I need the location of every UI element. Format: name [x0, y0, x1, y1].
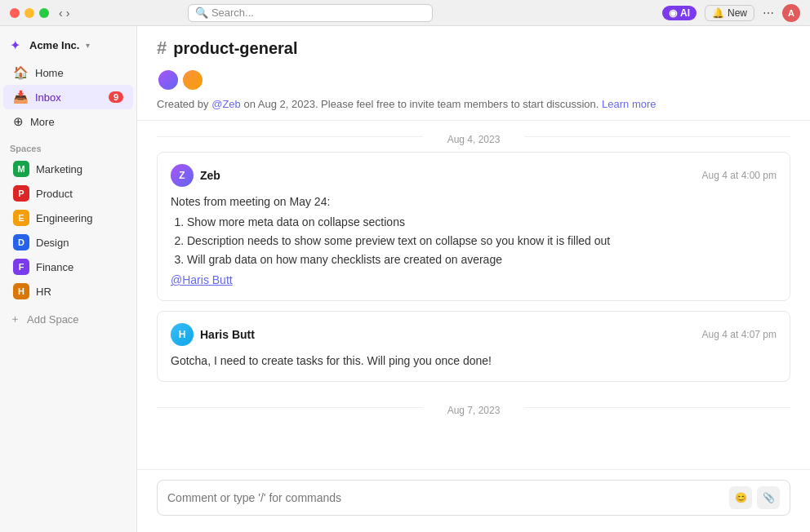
new-button-label: New — [728, 7, 747, 19]
add-space-button[interactable]: ＋ Add Space — [0, 307, 136, 331]
sidebar-item-more[interactable]: ⊕ More — [3, 109, 133, 134]
hr-dot: H — [13, 283, 29, 299]
plus-icon: ＋ — [10, 312, 20, 326]
home-icon: 🏠 — [13, 65, 29, 80]
channel-title: # product-general — [157, 38, 790, 59]
sidebar-item-home[interactable]: 🏠 Home — [3, 60, 133, 85]
member-avatar-1 — [157, 69, 180, 91]
message-time-2: Aug 4 at 4:07 pm — [702, 329, 777, 340]
product-label: Product — [36, 188, 73, 200]
more-label: More — [30, 116, 55, 128]
titlebar-right: ◉ AI 🔔 New ⋯ A — [662, 4, 800, 22]
list-item-1: Show more meta data on collapse sections — [187, 214, 777, 231]
close-button[interactable] — [10, 8, 20, 18]
date-separator-1: Aug 4, 2023 — [157, 121, 790, 152]
traffic-lights — [10, 8, 49, 18]
forward-button[interactable]: › — [66, 7, 70, 20]
search-icon: 🔍 — [195, 7, 208, 19]
sidebar-item-hr[interactable]: H HR — [3, 279, 133, 304]
message-header-2: H Haris Butt Aug 4 at 4:07 pm — [171, 323, 777, 346]
sidebar-item-inbox[interactable]: 📥 Inbox 9 — [3, 85, 133, 109]
message-time-1: Aug 4 at 4:00 pm — [702, 170, 777, 181]
titlebar: ‹ › 🔍 Search... ◉ AI 🔔 New ⋯ A — [0, 0, 810, 26]
home-label: Home — [35, 67, 64, 79]
workspace-header[interactable]: ✦ Acme Inc. ▾ — [0, 33, 136, 60]
mention-link[interactable]: @Haris Butt — [171, 273, 233, 286]
message-author-1: Z Zeb — [171, 164, 220, 187]
channel-header: # product-general — [137, 26, 810, 91]
ai-badge[interactable]: ◉ AI — [662, 6, 697, 20]
workspace-name: Acme Inc. — [29, 39, 79, 51]
desc-prefix: Created by — [157, 98, 211, 110]
message-intro: Notes from meeting on May 24: — [171, 193, 777, 211]
sidebar-item-product[interactable]: P Product — [3, 181, 133, 206]
inbox-badge: 9 — [109, 91, 123, 103]
member-avatar-2 — [181, 69, 204, 91]
hr-label: HR — [36, 286, 51, 298]
ai-icon: ◉ — [669, 7, 677, 19]
nav-arrows: ‹ › — [59, 7, 69, 20]
learn-more-link[interactable]: Learn more — [602, 98, 656, 110]
sidebar-item-finance[interactable]: F Finance — [3, 255, 133, 279]
desc-mention[interactable]: @Zeb — [211, 98, 241, 110]
user-avatar[interactable]: A — [782, 4, 800, 22]
emoji-button[interactable]: 😊 — [729, 486, 752, 509]
main-content: # product-general Created by @Zeb on Aug… — [137, 26, 810, 532]
sidebar-item-engineering[interactable]: E Engineering — [3, 206, 133, 230]
search-placeholder: Search... — [211, 7, 254, 19]
sidebar-item-marketing[interactable]: M Marketing — [3, 157, 133, 181]
desc-suffix: on Aug 2, 2023. Please feel free to invi… — [241, 98, 599, 110]
message-body-1: Notes from meeting on May 24: Show more … — [171, 193, 777, 289]
author-name-zeb: Zeb — [200, 169, 220, 182]
messages-area: Aug 4, 2023 Z Zeb Aug 4 at 4:00 pm Notes… — [137, 121, 810, 469]
attach-button[interactable]: 📎 — [757, 486, 780, 509]
message-header-1: Z Zeb Aug 4 at 4:00 pm — [171, 164, 777, 187]
inbox-label: Inbox — [35, 91, 61, 104]
date-separator-2: Aug 7, 2023 — [157, 392, 790, 423]
finance-dot: F — [13, 259, 29, 275]
comment-input-wrapper[interactable]: 😊 📎 — [157, 480, 790, 516]
channel-description: Created by @Zeb on Aug 2, 2023. Please f… — [137, 91, 810, 121]
design-label: Design — [36, 237, 69, 249]
bell-icon: 🔔 — [712, 7, 724, 19]
message-card-2: H Haris Butt Aug 4 at 4:07 pm Gotcha, I … — [157, 311, 790, 382]
author-name-haris: Haris Butt — [200, 328, 255, 341]
main-layout: ✦ Acme Inc. ▾ 🏠 Home 📥 Inbox 9 ⊕ More Sp… — [0, 26, 810, 532]
back-button[interactable]: ‹ — [59, 7, 63, 20]
list-item-3: Will grab data on how many checklists ar… — [187, 251, 777, 268]
add-space-label: Add Space — [27, 313, 79, 326]
sidebar: ✦ Acme Inc. ▾ 🏠 Home 📥 Inbox 9 ⊕ More Sp… — [0, 26, 137, 532]
message-body-2: Gotcha, I need to create tasks for this.… — [171, 352, 777, 370]
message-card-1: Z Zeb Aug 4 at 4:00 pm Notes from meetin… — [157, 152, 790, 301]
avatar-haris: H — [171, 323, 194, 346]
search-bar[interactable]: 🔍 Search... — [188, 4, 433, 22]
minimize-button[interactable] — [24, 8, 34, 18]
hash-icon: # — [157, 38, 167, 59]
spaces-section-label: Spaces — [0, 134, 136, 157]
engineering-dot: E — [13, 210, 29, 226]
channel-name: product-general — [173, 39, 297, 58]
member-avatars — [157, 69, 790, 91]
avatar-zeb: Z — [171, 164, 194, 187]
message-author-2: H Haris Butt — [171, 323, 255, 346]
grid-icon[interactable]: ⋯ — [763, 7, 774, 20]
design-dot: D — [13, 234, 29, 250]
marketing-label: Marketing — [36, 163, 82, 175]
sidebar-item-design[interactable]: D Design — [3, 230, 133, 255]
message-list: Show more meta data on collapse sections… — [187, 214, 777, 268]
inbox-icon: 📥 — [13, 90, 29, 104]
workspace-icon: ✦ — [10, 38, 24, 52]
comment-input-area: 😊 📎 — [137, 469, 810, 532]
marketing-dot: M — [13, 161, 29, 177]
comment-input[interactable] — [167, 491, 729, 504]
maximize-button[interactable] — [39, 8, 49, 18]
finance-label: Finance — [36, 261, 73, 273]
input-actions: 😊 📎 — [729, 486, 780, 509]
list-item-2: Description needs to show some preview t… — [187, 233, 777, 250]
message-text-2: Gotcha, I need to create tasks for this.… — [171, 352, 777, 370]
chevron-down-icon: ▾ — [86, 41, 90, 50]
engineering-label: Engineering — [36, 212, 92, 224]
new-button[interactable]: 🔔 New — [705, 5, 754, 21]
product-dot: P — [13, 185, 29, 202]
ai-label: AI — [680, 7, 690, 19]
